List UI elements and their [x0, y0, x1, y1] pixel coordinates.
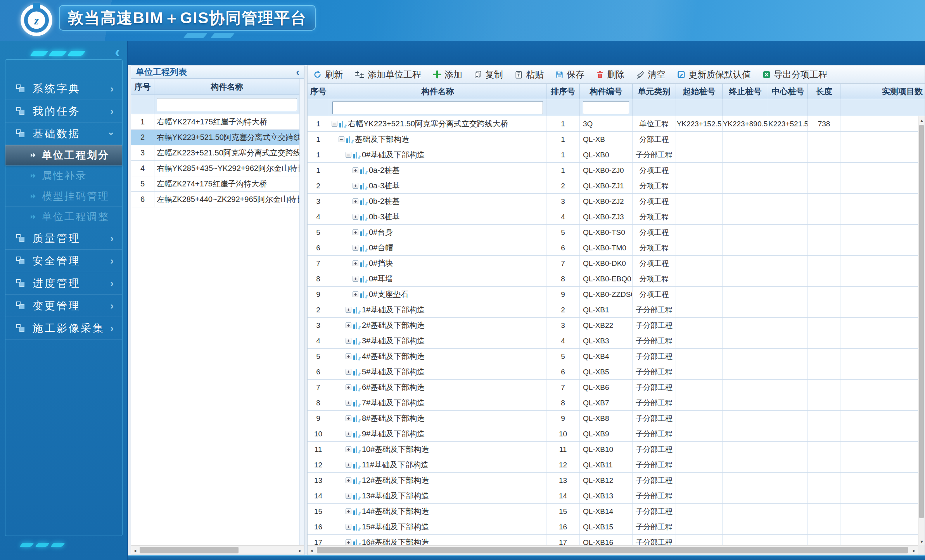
table-row[interactable]: 13+12#基础及下部构造13QL-XB12子分部工程: [308, 473, 925, 488]
scroll-right-icon[interactable]: ▸: [910, 546, 918, 555]
table-row[interactable]: 2+0a-3桩基2QL-XB0-ZJ1分项工程: [308, 178, 925, 194]
expand-toggle-icon[interactable]: +: [353, 167, 358, 173]
component-name-filter-input[interactable]: [157, 98, 297, 111]
copy-button[interactable]: 复制: [474, 69, 503, 81]
update-qa-button[interactable]: 更新质保默认值: [677, 69, 751, 81]
table-row[interactable]: 11+10#基础及下部构造11QL-XB10子分部工程: [308, 442, 925, 457]
table-row[interactable]: 1+0a-2桩基1QL-XB0-ZJ0分项工程: [308, 163, 925, 178]
expand-toggle-icon[interactable]: +: [346, 477, 351, 483]
expand-toggle-icon[interactable]: +: [346, 431, 351, 437]
sidebar-item[interactable]: 系统字典›: [5, 78, 122, 100]
scroll-down-icon[interactable]: ▾: [918, 538, 925, 545]
table-row[interactable]: 1−右幅YK223+521.50阿克塞分离式立交跨线大桥13Q单位工程YK223…: [308, 116, 925, 132]
unit-list-row[interactable]: 4右幅YK285+435~YK292+962阿尔金山特长隧道: [131, 161, 299, 176]
table-row[interactable]: 9+0#支座垫石9QL-XB0-ZZDS0分项工程: [308, 287, 925, 302]
table-row[interactable]: 12+11#基础及下部构造12QL-XB11子分部工程: [308, 457, 925, 473]
sidebar-subitem[interactable]: 属性补录: [5, 165, 122, 186]
unit-list-row[interactable]: 1右幅YK274+175红崖子沟特大桥: [131, 114, 299, 130]
table-row[interactable]: 9+8#基础及下部构造9QL-XB8子分部工程: [308, 411, 925, 426]
scroll-right-icon[interactable]: ▸: [296, 546, 304, 555]
sidebar-subitem[interactable]: 单位工程调整: [5, 207, 122, 227]
table-row[interactable]: 10+9#基础及下部构造10QL-XB9子分部工程: [308, 426, 925, 442]
expand-toggle-icon[interactable]: +: [346, 462, 351, 468]
name-filter-input[interactable]: [332, 101, 543, 114]
expand-toggle-icon[interactable]: +: [346, 307, 351, 313]
scroll-left-icon[interactable]: ◂: [308, 546, 315, 555]
table-row[interactable]: 17+16#基础及下部构造17QL-XB16子分部工程: [308, 535, 925, 545]
table-row[interactable]: 14+13#基础及下部构造14QL-XB13子分部工程: [308, 488, 925, 504]
expand-toggle-icon[interactable]: +: [353, 276, 358, 282]
row-measured-items: [840, 163, 925, 178]
paste-button[interactable]: 粘贴: [515, 69, 544, 81]
expand-toggle-icon[interactable]: +: [346, 400, 351, 406]
expand-toggle-icon[interactable]: +: [353, 260, 358, 266]
collapse-left-icon[interactable]: ‹: [115, 41, 120, 63]
scroll-left-icon[interactable]: ◂: [131, 546, 139, 555]
code-filter-input[interactable]: [583, 101, 629, 114]
sidebar-item[interactable]: 质量管理›: [5, 227, 122, 250]
sidebar-item[interactable]: 变更管理›: [5, 295, 122, 317]
expand-toggle-icon[interactable]: +: [353, 198, 358, 204]
sidebar-item[interactable]: 进度管理›: [5, 272, 122, 295]
sidebar-subitem[interactable]: 单位工程划分: [5, 145, 122, 165]
table-row[interactable]: 4+3#基础及下部构造4QL-XB3子分部工程: [308, 333, 925, 349]
export-button[interactable]: 导出分项工程: [762, 69, 827, 81]
sidebar-subitem[interactable]: 模型挂码管理: [5, 186, 122, 207]
table-row[interactable]: 7+6#基础及下部构造7QL-XB6子分部工程: [308, 380, 925, 395]
unit-list-row[interactable]: 3左幅ZK223+521.50阿克塞分离式立交跨线大桥: [131, 145, 299, 161]
unit-list-row[interactable]: 2右幅YK223+521.50阿克塞分离式立交跨线大桥: [131, 130, 299, 145]
expand-toggle-icon[interactable]: +: [346, 415, 351, 421]
expand-toggle-icon[interactable]: +: [353, 214, 358, 220]
table-row[interactable]: 16+15#基础及下部构造16QL-XB15子分部工程: [308, 519, 925, 535]
table-row[interactable]: 3+0b-2桩基3QL-XB0-ZJ2分项工程: [308, 194, 925, 209]
table-row[interactable]: 5+0#台身5QL-XB0-TS0分项工程: [308, 225, 925, 240]
table-row[interactable]: 8+0#耳墙8QL-XB0-EBQ0分项工程: [308, 271, 925, 287]
delete-button[interactable]: 删除: [596, 69, 625, 81]
table-row[interactable]: 3+2#基础及下部构造3QL-XB22子分部工程: [308, 318, 925, 333]
table-row[interactable]: 2+1#基础及下部构造2QL-XB1子分部工程: [308, 302, 925, 318]
expand-toggle-icon[interactable]: +: [353, 245, 358, 251]
row-category: 子分部工程: [633, 333, 676, 348]
collapse-toggle-icon[interactable]: −: [339, 136, 344, 142]
expand-toggle-icon[interactable]: +: [346, 446, 351, 452]
panel-collapse-icon[interactable]: ‹: [296, 67, 299, 77]
sidebar-item[interactable]: 安全管理›: [5, 250, 122, 272]
refresh-button[interactable]: 刷新: [313, 69, 343, 81]
expand-toggle-icon[interactable]: +: [346, 493, 351, 499]
expand-toggle-icon[interactable]: +: [353, 291, 358, 297]
expand-toggle-icon[interactable]: +: [346, 369, 351, 375]
add-button[interactable]: 添加: [433, 69, 462, 81]
vscrollbar-thumb[interactable]: [919, 125, 924, 518]
add-unit-button[interactable]: 添加单位工程: [354, 69, 421, 81]
scroll-up-icon[interactable]: ▴: [918, 116, 925, 124]
table-row[interactable]: 6+0#台帽6QL-XB0-TM0分项工程: [308, 240, 925, 256]
expand-toggle-icon[interactable]: +: [346, 338, 351, 344]
expand-toggle-icon[interactable]: +: [353, 183, 358, 189]
sidebar-item[interactable]: 我的任务›: [5, 100, 122, 122]
expand-toggle-icon[interactable]: +: [346, 322, 351, 328]
expand-toggle-icon[interactable]: +: [346, 539, 351, 545]
hscrollbar-thumb[interactable]: [317, 547, 908, 553]
save-button[interactable]: 保存: [555, 69, 584, 81]
expand-toggle-icon[interactable]: +: [346, 384, 351, 390]
table-row[interactable]: 4+0b-3桩基4QL-XB0-ZJ3分项工程: [308, 209, 925, 225]
table-row[interactable]: 1−0#基础及下部构造1QL-XB0子分部工程: [308, 147, 925, 163]
unit-list-row[interactable]: 6左幅ZK285+440~ZK292+965阿尔金山特长隧道: [131, 192, 299, 207]
collapse-toggle-icon[interactable]: −: [346, 152, 351, 158]
table-row[interactable]: 8+7#基础及下部构造8QL-XB7子分部工程: [308, 395, 925, 411]
table-row[interactable]: 6+5#基础及下部构造6QL-XB5子分部工程: [308, 364, 925, 380]
table-row[interactable]: 1−基础及下部构造1QL-XB分部工程: [308, 132, 925, 147]
expand-toggle-icon[interactable]: +: [346, 508, 351, 514]
expand-toggle-icon[interactable]: +: [346, 353, 351, 359]
table-row[interactable]: 15+14#基础及下部构造15QL-XB14子分部工程: [308, 504, 925, 519]
clear-button[interactable]: 清空: [636, 69, 666, 81]
table-row[interactable]: 5+4#基础及下部构造5QL-XB4子分部工程: [308, 349, 925, 364]
expand-toggle-icon[interactable]: +: [346, 524, 351, 530]
table-row[interactable]: 7+0#挡块7QL-XB0-DK0分项工程: [308, 256, 925, 271]
unit-list-row[interactable]: 5左幅ZK274+175红崖子沟特大桥: [131, 176, 299, 192]
sidebar-item[interactable]: 施工影像采集›: [5, 317, 122, 339]
expand-toggle-icon[interactable]: +: [353, 229, 358, 235]
sidebar-item[interactable]: 基础数据›: [5, 122, 122, 145]
collapse-toggle-icon[interactable]: −: [332, 121, 337, 127]
hscrollbar-thumb[interactable]: [140, 547, 239, 553]
